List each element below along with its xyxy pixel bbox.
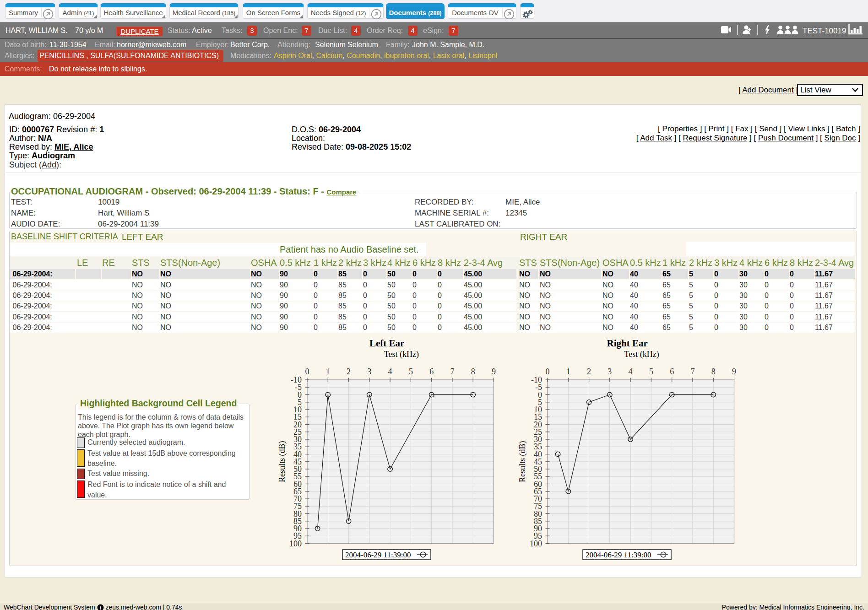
- svg-text:100: 100: [289, 539, 302, 548]
- svg-text:2004-06-29 11:39:00: 2004-06-29 11:39:00: [345, 551, 411, 559]
- svg-text:6: 6: [670, 367, 674, 376]
- svg-text:Right Ear: Right Ear: [607, 338, 647, 349]
- svg-text:6: 6: [429, 367, 434, 376]
- svg-text:9: 9: [732, 367, 736, 376]
- svg-text:2004-06-29 11:39:00: 2004-06-29 11:39:00: [586, 551, 651, 559]
- svg-text:Test (kHz): Test (kHz): [384, 350, 419, 359]
- svg-text:1: 1: [566, 367, 570, 376]
- svg-text:7: 7: [690, 367, 694, 376]
- svg-text:2: 2: [587, 367, 591, 376]
- svg-text:8: 8: [711, 367, 715, 376]
- svg-text:5: 5: [649, 367, 653, 376]
- svg-text:4: 4: [628, 367, 632, 376]
- svg-text:9: 9: [492, 367, 496, 376]
- svg-text:Test (kHz): Test (kHz): [624, 350, 659, 359]
- svg-text:0: 0: [305, 367, 309, 376]
- svg-text:3: 3: [367, 367, 371, 376]
- svg-text:Results (dB): Results (dB): [278, 441, 288, 483]
- svg-text:100: 100: [530, 539, 542, 548]
- svg-text:Results (dB): Results (dB): [518, 441, 527, 483]
- svg-text:3: 3: [608, 367, 612, 376]
- svg-text:5: 5: [409, 367, 413, 376]
- svg-text:1: 1: [326, 367, 330, 376]
- svg-text:0: 0: [545, 367, 549, 376]
- svg-text:4: 4: [388, 367, 392, 376]
- svg-text:Left Ear: Left Ear: [369, 338, 404, 349]
- svg-text:7: 7: [450, 367, 454, 376]
- svg-text:8: 8: [471, 367, 475, 376]
- svg-text:i: i: [100, 605, 101, 610]
- svg-text:2: 2: [347, 367, 351, 376]
